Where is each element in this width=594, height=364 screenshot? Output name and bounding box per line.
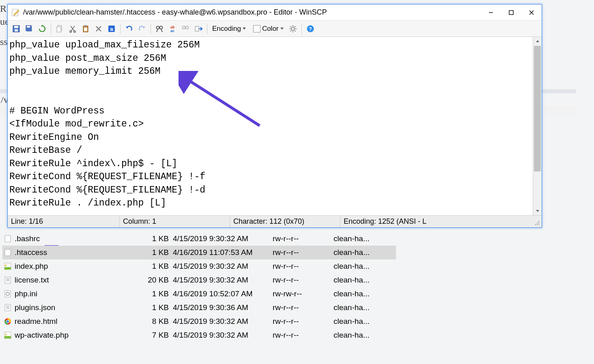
file-size: 1 KB	[140, 289, 173, 298]
file-date: 4/15/2019 9:30:32 AM	[173, 331, 273, 340]
file-perm: rw-rw-r--	[273, 289, 334, 298]
svg-rect-16	[84, 25, 87, 27]
scroll-track[interactable]	[533, 46, 542, 206]
maximize-button[interactable]	[501, 5, 521, 20]
svg-point-31	[291, 27, 295, 30]
editor-body: php_value upload_max_filesize 256M php_v…	[8, 37, 542, 215]
svg-line-38	[290, 30, 291, 31]
reload-button[interactable]	[36, 23, 48, 35]
file-size: 1 KB	[140, 248, 173, 257]
delete-button[interactable]	[93, 23, 105, 35]
file-icon	[3, 262, 12, 271]
file-perm: rw-r--r--	[273, 331, 334, 340]
bg-letter: ss	[0, 36, 8, 47]
file-row[interactable]: php.ini1 KB4/16/2019 10:52:07 AMrw-rw-r-…	[2, 287, 396, 301]
encoding-dropdown[interactable]: Encoding	[210, 23, 248, 35]
svg-rect-58	[5, 291, 11, 297]
scroll-down-icon[interactable]	[533, 206, 542, 215]
file-size: 1 KB	[140, 234, 173, 243]
file-icon	[3, 234, 12, 243]
toolbar-separator	[120, 24, 121, 34]
file-owner: clean-ha...	[334, 276, 390, 285]
paste-button[interactable]	[80, 23, 92, 35]
file-perm: rw-r--r--	[273, 317, 334, 326]
file-perm: rw-r--r--	[273, 303, 334, 312]
svg-rect-7	[15, 29, 18, 32]
titlebar: /var/www/public/clean-hamster/.htaccess …	[8, 4, 542, 21]
file-icon	[3, 289, 12, 298]
resize-grip-icon[interactable]	[534, 220, 540, 226]
file-size: 7 KB	[140, 331, 173, 340]
save-all-button[interactable]	[23, 23, 35, 35]
find-next-button[interactable]	[179, 23, 192, 35]
file-date: 4/15/2019 9:30:32 AM	[173, 276, 273, 285]
file-row[interactable]: license.txt20 KB4/15/2019 9:30:32 AMrw-r…	[2, 273, 396, 287]
file-icon	[3, 317, 12, 326]
svg-point-22	[157, 26, 159, 29]
file-perm: rw-r--r--	[273, 248, 334, 257]
svg-point-29	[186, 26, 189, 29]
file-date: 4/16/2019 10:52:07 AM	[173, 289, 273, 298]
file-owner: clean-ha...	[334, 289, 390, 298]
svg-rect-53	[4, 267, 11, 270]
svg-point-44	[538, 223, 539, 223]
file-icon	[3, 303, 12, 312]
file-owner: clean-ha...	[334, 234, 390, 243]
svg-point-66	[6, 320, 9, 322]
replace-button[interactable]: abac	[166, 23, 179, 35]
svg-point-46	[537, 224, 538, 225]
close-button[interactable]	[521, 5, 542, 20]
file-row[interactable]: .htaccess1 KB4/16/2019 11:07:53 AMrw-r--…	[2, 246, 396, 259]
file-row[interactable]: plugins.json1 KB4/15/2019 9:30:36 AMrw-r…	[2, 301, 396, 315]
vertical-scrollbar[interactable]	[533, 37, 542, 215]
color-swatch	[253, 25, 260, 32]
status-encoding: Encoding: 1252 (ANSI - L	[340, 216, 542, 227]
file-size: 1 KB	[140, 303, 173, 312]
file-row[interactable]: wp-activate.php7 KB4/15/2019 9:30:32 AMr…	[2, 328, 396, 342]
status-character: Character: 112 (0x70)	[230, 216, 340, 227]
redo-button[interactable]	[136, 23, 148, 35]
file-row[interactable]: index.php1 KB4/15/2019 9:30:32 AMrw-r--r…	[2, 259, 396, 273]
minimize-button[interactable]	[481, 5, 501, 20]
app-edit-icon	[11, 8, 20, 17]
svg-point-42	[538, 221, 539, 222]
file-name: plugins.json	[15, 303, 140, 312]
file-size: 8 KB	[140, 317, 173, 326]
select-all-button[interactable]: a	[105, 23, 118, 35]
svg-point-43	[537, 223, 538, 223]
svg-text:ac: ac	[170, 29, 174, 33]
cut-button[interactable]	[67, 23, 79, 35]
undo-button[interactable]	[123, 23, 135, 35]
scroll-up-icon[interactable]	[533, 37, 542, 46]
svg-text:?: ?	[309, 26, 312, 32]
svg-point-23	[160, 26, 163, 29]
file-owner: clean-ha...	[334, 248, 390, 257]
svg-line-37	[295, 30, 295, 31]
file-name: wp-activate.php	[15, 331, 140, 340]
svg-point-45	[535, 224, 536, 225]
file-date: 4/16/2019 11:07:53 AM	[173, 248, 273, 257]
file-list: .bashrc1 KB4/15/2019 9:30:32 AMrw-r--r--…	[2, 232, 396, 342]
goto-button[interactable]	[192, 23, 204, 35]
file-owner: clean-ha...	[334, 303, 390, 312]
save-button[interactable]	[10, 23, 22, 35]
copy-button[interactable]	[54, 23, 66, 35]
help-button[interactable]: ?	[304, 23, 316, 35]
file-perm: rw-r--r--	[273, 234, 334, 243]
svg-line-36	[290, 26, 291, 27]
bg-letter: R	[0, 3, 6, 14]
color-dropdown[interactable]: Color	[249, 23, 286, 35]
statusbar: Line: 1/16 Column: 1 Character: 112 (0x7…	[8, 215, 542, 227]
scroll-thumb[interactable]	[534, 46, 541, 171]
file-row[interactable]: .bashrc1 KB4/15/2019 9:30:32 AMrw-r--r--…	[2, 232, 396, 246]
editor-textarea[interactable]: php_value upload_max_filesize 256M php_v…	[8, 37, 533, 215]
find-button[interactable]	[153, 23, 166, 35]
svg-rect-50	[5, 236, 11, 242]
file-icon	[3, 331, 12, 340]
caret-down-icon	[243, 28, 246, 30]
preferences-button[interactable]	[287, 23, 299, 35]
toolbar-separator	[151, 24, 151, 34]
color-label: Color	[262, 25, 279, 33]
file-row[interactable]: readme.html8 KB4/15/2019 9:30:32 AMrw-r-…	[2, 315, 396, 328]
toolbar-separator	[301, 24, 302, 34]
